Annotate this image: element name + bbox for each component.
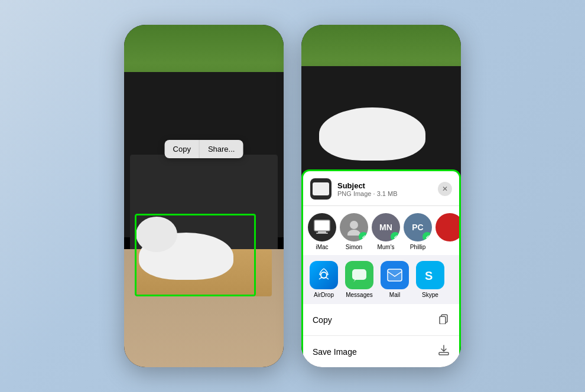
svg-text:S: S (425, 269, 433, 282)
contact-initials-phillip: PC (412, 223, 423, 232)
contact-imac[interactable]: iMac (308, 213, 336, 250)
contact-avatar-extra (436, 213, 459, 241)
phone-screen-left: Copy Share... (124, 25, 284, 367)
svg-rect-7 (388, 269, 402, 281)
action-copy-label: Copy (313, 315, 332, 325)
contact-name-simon: Simon (346, 244, 362, 250)
action-copy[interactable]: Copy (303, 304, 459, 336)
app-icon-messages (345, 261, 373, 289)
app-name-mail: Mail (389, 292, 400, 298)
contacts-row: iMac ✓ Simon (303, 206, 459, 255)
share-sheet-header: Subject PNG Image · 3.1 MB ✕ (303, 171, 459, 206)
share-sheet-thumbnail (310, 178, 332, 200)
app-icon-skype: S (416, 261, 444, 289)
selection-box (135, 214, 256, 296)
action-save-image[interactable]: Save Image (303, 336, 459, 367)
app-messages[interactable]: Messages (343, 261, 375, 298)
whatsapp-badge-phillip: ✓ (422, 232, 432, 241)
phone-right: Subject PNG Image · 3.1 MB ✕ (301, 25, 461, 367)
contact-name-imac: iMac (316, 244, 328, 250)
contact-phillip[interactable]: PC ✓ Phillip (404, 213, 432, 250)
app-icon-mail (381, 261, 409, 289)
svg-rect-11 (440, 316, 446, 324)
cat-body-right (319, 107, 425, 161)
thumbnail-inner (313, 182, 329, 195)
contact-name-phillip: Phillip (410, 244, 426, 250)
contact-avatar-imac (308, 213, 336, 241)
whatsapp-badge-muns: ✓ (391, 232, 400, 241)
screenshots-container: Copy Share... Subject PNG (124, 25, 461, 367)
app-name-skype: Skype (422, 292, 438, 298)
share-sheet-title: Subject (337, 181, 438, 190)
svg-rect-12 (439, 352, 448, 355)
share-sheet-close-button[interactable]: ✕ (438, 182, 452, 196)
phone-screen-right: Subject PNG Image · 3.1 MB ✕ (301, 25, 461, 367)
action-save-image-label: Save Image (313, 347, 357, 357)
svg-point-3 (350, 221, 358, 229)
contact-avatar-phillip: PC ✓ (404, 213, 432, 241)
svg-rect-6 (352, 269, 366, 280)
whatsapp-badge-simon: ✓ (359, 232, 368, 241)
contact-muns[interactable]: MN ✓ Mum's (372, 213, 400, 250)
phone-left: Copy Share... (124, 25, 284, 367)
share-sheet: Subject PNG Image · 3.1 MB ✕ (301, 169, 461, 367)
contact-extra[interactable] (436, 213, 459, 250)
app-name-airdrop: AirDrop (314, 292, 334, 298)
svg-rect-2 (316, 233, 328, 234)
app-airdrop[interactable]: AirDrop (308, 261, 340, 298)
svg-point-5 (321, 272, 327, 278)
app-name-messages: Messages (346, 292, 373, 298)
action-copy-icon (438, 312, 450, 327)
contact-avatar-muns: MN ✓ (372, 213, 400, 241)
svg-rect-0 (314, 220, 330, 231)
share-sheet-info: Subject PNG Image · 3.1 MB (337, 181, 438, 197)
contact-avatar-simon: ✓ (340, 213, 368, 241)
action-save-image-icon (438, 344, 450, 359)
context-menu: Copy Share... (165, 140, 243, 158)
contact-name-muns: Mum's (377, 244, 394, 250)
app-skype[interactable]: S Skype (414, 261, 446, 298)
copy-menu-item[interactable]: Copy (165, 140, 199, 158)
apps-row: AirDrop Messages (303, 255, 459, 304)
action-row: Copy Save Image (303, 304, 459, 367)
app-icon-airdrop (310, 261, 338, 289)
app-mail[interactable]: Mail (379, 261, 411, 298)
contact-initials-muns: MN (379, 223, 392, 232)
share-menu-item[interactable]: Share... (199, 140, 243, 158)
contact-simon[interactable]: ✓ Simon (340, 213, 368, 250)
share-sheet-subtitle: PNG Image · 3.1 MB (337, 190, 438, 197)
